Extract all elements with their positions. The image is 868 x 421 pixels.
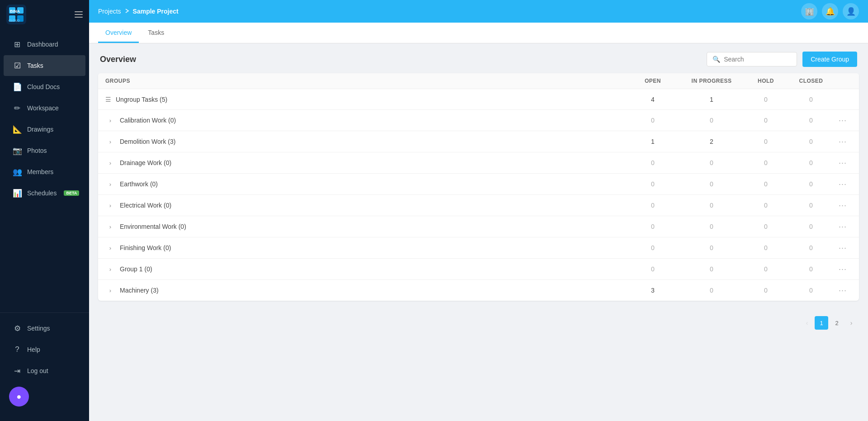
row-label[interactable]: Drainage Work (0) (120, 159, 171, 166)
sidebar-item-photos[interactable]: 📷 Photos (4, 140, 85, 161)
row-label[interactable]: Demolition Work (3) (120, 138, 175, 145)
row-open: 1 (626, 138, 680, 145)
sidebar-item-schedules[interactable]: 📊 Schedules BETA (4, 183, 85, 203)
sidebar-item-cloud-docs[interactable]: 📄 Cloud Docs (4, 76, 85, 97)
beta-badge: BETA (64, 190, 79, 196)
tabs-bar: Overview Tasks (89, 23, 868, 43)
pagination-prev-button[interactable]: ‹ (801, 317, 813, 329)
row-more-button[interactable]: ··· (834, 116, 852, 125)
row-open: 0 (626, 223, 680, 230)
expand-row-button[interactable]: › (105, 243, 115, 253)
sidebar-item-label: Log out (27, 367, 48, 374)
row-open: 0 (626, 117, 680, 124)
sidebar-item-members[interactable]: 👥 Members (4, 161, 85, 182)
row-more-button[interactable]: ··· (834, 222, 852, 232)
row-in-progress: 0 (680, 202, 743, 209)
row-open: 3 (626, 287, 680, 294)
row-closed: 0 (788, 223, 834, 230)
sidebar-item-logout[interactable]: ⇥ Log out (4, 360, 85, 381)
row-name-electrical: › Electrical Work (0) (105, 195, 626, 216)
groups-table: GROUPS OPEN IN PROGRESS HOLD CLOSED ☰ Un… (98, 73, 859, 301)
row-closed: 0 (788, 138, 834, 145)
buildings-icon[interactable]: 🏢 (801, 3, 817, 19)
row-open: 0 (626, 180, 680, 188)
sidebar-item-label: Members (27, 168, 53, 175)
expand-row-button[interactable]: › (105, 264, 115, 274)
pagination-next-button[interactable]: › (845, 317, 857, 329)
row-name-finishing: › Finishing Work (0) (105, 237, 626, 258)
row-label[interactable]: Finishing Work (0) (120, 244, 171, 251)
row-more-button[interactable]: ··· (834, 158, 852, 168)
sidebar-item-dashboard[interactable]: ⊞ Dashboard (4, 34, 85, 55)
row-label[interactable]: Earthwork (0) (120, 180, 158, 188)
row-hold: 0 (743, 117, 788, 124)
sidebar-header: BINA CLOUD (0, 0, 89, 29)
sidebar: BINA CLOUD ⊞ Dashboard ☑ Tasks 📄 Cloud D… (0, 0, 89, 421)
row-more-button[interactable]: ··· (834, 286, 852, 295)
col-in-progress: IN PROGRESS (680, 78, 743, 84)
row-more-button[interactable]: ··· (834, 243, 852, 253)
sidebar-item-label: Drawings (27, 126, 53, 133)
row-label[interactable]: Environmental Work (0) (120, 223, 186, 230)
sidebar-item-tasks[interactable]: ☑ Tasks (4, 55, 85, 76)
breadcrumb-parent[interactable]: Projects (98, 8, 121, 15)
user-avatar-icon[interactable]: 👤 (843, 3, 859, 19)
row-in-progress: 0 (680, 159, 743, 166)
expand-row-button[interactable]: › (105, 137, 115, 147)
topbar: Projects Sample Project 🏢 🔔 👤 (89, 0, 868, 23)
row-in-progress: 0 (680, 117, 743, 124)
row-open: 0 (626, 159, 680, 166)
page-title: Overview (100, 55, 136, 64)
row-hold: 0 (743, 223, 788, 230)
expand-row-button[interactable]: › (105, 285, 115, 295)
expand-row-button[interactable]: › (105, 115, 115, 125)
breadcrumb-current: Sample Project (133, 8, 179, 15)
row-more-button[interactable]: ··· (834, 137, 852, 147)
row-label[interactable]: Machinery (3) (120, 287, 159, 294)
sidebar-item-workspace[interactable]: ✏ Workspace (4, 98, 85, 118)
search-icon: 🔍 (712, 56, 720, 63)
row-label[interactable]: Group 1 (0) (120, 265, 152, 273)
row-closed: 0 (788, 202, 834, 209)
row-label[interactable]: Electrical Work (0) (120, 202, 171, 209)
row-hold: 0 (743, 159, 788, 166)
sidebar-item-label: Dashboard (27, 41, 58, 48)
notifications-icon[interactable]: 🔔 (822, 3, 838, 19)
hamburger-menu[interactable] (75, 11, 83, 18)
pagination-page-1[interactable]: 1 (815, 316, 828, 330)
row-hold: 0 (743, 202, 788, 209)
search-box[interactable]: 🔍 (707, 52, 797, 66)
logo-area: BINA CLOUD (6, 5, 26, 24)
row-more-button[interactable]: ··· (834, 180, 852, 189)
table-row: › Environmental Work (0) 0 0 0 0 ··· (98, 216, 859, 237)
expand-row-button[interactable]: › (105, 222, 115, 232)
sidebar-item-label: Help (27, 346, 40, 353)
pagination-page-2[interactable]: 2 (830, 316, 844, 330)
tab-overview[interactable]: Overview (98, 24, 139, 43)
create-group-button[interactable]: Create Group (802, 52, 857, 67)
row-closed: 0 (788, 244, 834, 251)
expand-row-button[interactable]: › (105, 200, 115, 210)
search-input[interactable] (724, 56, 791, 63)
row-label[interactable]: Calibration Work (0) (120, 117, 176, 124)
expand-row-button[interactable]: › (105, 179, 115, 189)
row-label[interactable]: Ungroup Tasks (5) (116, 96, 167, 103)
sidebar-bottom: ⚙ Settings ? Help ⇥ Log out ● (0, 312, 89, 421)
row-more-button[interactable]: ··· (834, 201, 852, 210)
table-header: GROUPS OPEN IN PROGRESS HOLD CLOSED (98, 73, 859, 89)
row-more-button[interactable]: ··· (834, 265, 852, 274)
row-hold: 0 (743, 96, 788, 103)
avatar[interactable]: ● (9, 387, 29, 407)
sidebar-item-help[interactable]: ? Help (4, 339, 85, 360)
list-icon: ☰ (105, 96, 111, 103)
row-closed: 0 (788, 265, 834, 273)
sidebar-item-settings[interactable]: ⚙ Settings (4, 318, 85, 339)
sidebar-nav: ⊞ Dashboard ☑ Tasks 📄 Cloud Docs ✏ Works… (0, 29, 89, 312)
tab-tasks[interactable]: Tasks (141, 24, 171, 43)
sidebar-item-label: Workspace (27, 104, 59, 112)
row-hold: 0 (743, 287, 788, 294)
cloud-docs-icon: 📄 (13, 82, 22, 91)
row-name-demolition: › Demolition Work (3) (105, 131, 626, 152)
expand-row-button[interactable]: › (105, 158, 115, 168)
sidebar-item-drawings[interactable]: 📐 Drawings (4, 119, 85, 140)
